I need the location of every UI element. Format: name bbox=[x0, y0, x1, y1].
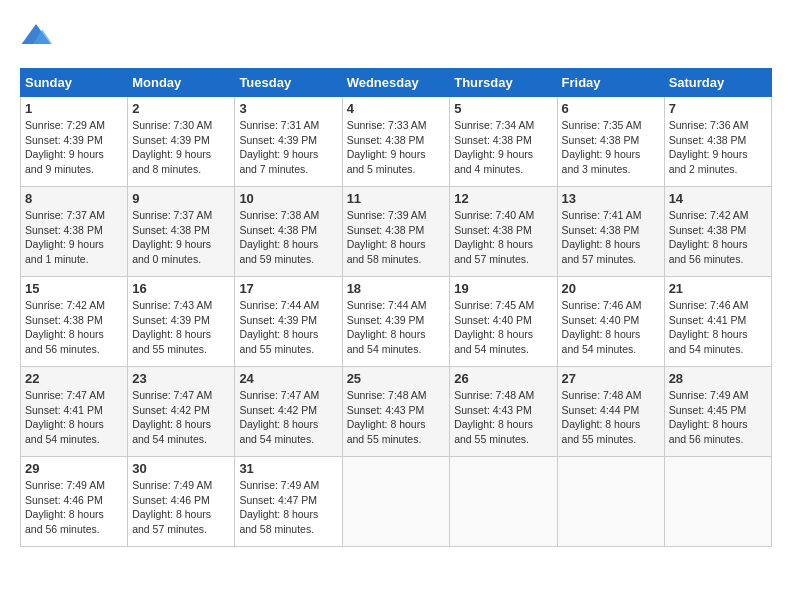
day-number-19: 19 bbox=[454, 281, 552, 296]
day-number-30: 30 bbox=[132, 461, 230, 476]
day-info-10: Sunrise: 7:38 AMSunset: 4:38 PMDaylight:… bbox=[239, 208, 337, 267]
calendar-day-9: 9Sunrise: 7:37 AMSunset: 4:38 PMDaylight… bbox=[128, 187, 235, 277]
day-number-21: 21 bbox=[669, 281, 767, 296]
day-info-9: Sunrise: 7:37 AMSunset: 4:38 PMDaylight:… bbox=[132, 208, 230, 267]
weekday-header-wednesday: Wednesday bbox=[342, 69, 450, 97]
calendar-day-5: 5Sunrise: 7:34 AMSunset: 4:38 PMDaylight… bbox=[450, 97, 557, 187]
day-number-24: 24 bbox=[239, 371, 337, 386]
calendar-day-21: 21Sunrise: 7:46 AMSunset: 4:41 PMDayligh… bbox=[664, 277, 771, 367]
calendar-day-1: 1Sunrise: 7:29 AMSunset: 4:39 PMDaylight… bbox=[21, 97, 128, 187]
day-number-28: 28 bbox=[669, 371, 767, 386]
day-info-13: Sunrise: 7:41 AMSunset: 4:38 PMDaylight:… bbox=[562, 208, 660, 267]
day-info-22: Sunrise: 7:47 AMSunset: 4:41 PMDaylight:… bbox=[25, 388, 123, 447]
day-info-5: Sunrise: 7:34 AMSunset: 4:38 PMDaylight:… bbox=[454, 118, 552, 177]
calendar-day-29: 29Sunrise: 7:49 AMSunset: 4:46 PMDayligh… bbox=[21, 457, 128, 547]
calendar-day-14: 14Sunrise: 7:42 AMSunset: 4:38 PMDayligh… bbox=[664, 187, 771, 277]
weekday-header-monday: Monday bbox=[128, 69, 235, 97]
day-number-8: 8 bbox=[25, 191, 123, 206]
calendar-day-18: 18Sunrise: 7:44 AMSunset: 4:39 PMDayligh… bbox=[342, 277, 450, 367]
calendar-day-3: 3Sunrise: 7:31 AMSunset: 4:39 PMDaylight… bbox=[235, 97, 342, 187]
day-number-26: 26 bbox=[454, 371, 552, 386]
calendar-day-6: 6Sunrise: 7:35 AMSunset: 4:38 PMDaylight… bbox=[557, 97, 664, 187]
day-number-23: 23 bbox=[132, 371, 230, 386]
day-number-3: 3 bbox=[239, 101, 337, 116]
day-info-24: Sunrise: 7:47 AMSunset: 4:42 PMDaylight:… bbox=[239, 388, 337, 447]
day-info-3: Sunrise: 7:31 AMSunset: 4:39 PMDaylight:… bbox=[239, 118, 337, 177]
day-number-11: 11 bbox=[347, 191, 446, 206]
day-number-15: 15 bbox=[25, 281, 123, 296]
calendar-day-26: 26Sunrise: 7:48 AMSunset: 4:43 PMDayligh… bbox=[450, 367, 557, 457]
day-info-26: Sunrise: 7:48 AMSunset: 4:43 PMDaylight:… bbox=[454, 388, 552, 447]
day-info-19: Sunrise: 7:45 AMSunset: 4:40 PMDaylight:… bbox=[454, 298, 552, 357]
day-number-17: 17 bbox=[239, 281, 337, 296]
day-info-31: Sunrise: 7:49 AMSunset: 4:47 PMDaylight:… bbox=[239, 478, 337, 537]
day-info-25: Sunrise: 7:48 AMSunset: 4:43 PMDaylight:… bbox=[347, 388, 446, 447]
calendar-week-5: 29Sunrise: 7:49 AMSunset: 4:46 PMDayligh… bbox=[21, 457, 772, 547]
logo bbox=[20, 20, 56, 52]
day-number-20: 20 bbox=[562, 281, 660, 296]
calendar-day-27: 27Sunrise: 7:48 AMSunset: 4:44 PMDayligh… bbox=[557, 367, 664, 457]
calendar-body: 1Sunrise: 7:29 AMSunset: 4:39 PMDaylight… bbox=[21, 97, 772, 547]
day-info-15: Sunrise: 7:42 AMSunset: 4:38 PMDaylight:… bbox=[25, 298, 123, 357]
day-info-12: Sunrise: 7:40 AMSunset: 4:38 PMDaylight:… bbox=[454, 208, 552, 267]
weekday-header-thursday: Thursday bbox=[450, 69, 557, 97]
day-number-22: 22 bbox=[25, 371, 123, 386]
calendar-day-30: 30Sunrise: 7:49 AMSunset: 4:46 PMDayligh… bbox=[128, 457, 235, 547]
weekday-header-sunday: Sunday bbox=[21, 69, 128, 97]
day-number-5: 5 bbox=[454, 101, 552, 116]
day-number-12: 12 bbox=[454, 191, 552, 206]
day-number-7: 7 bbox=[669, 101, 767, 116]
calendar-day-15: 15Sunrise: 7:42 AMSunset: 4:38 PMDayligh… bbox=[21, 277, 128, 367]
calendar-day-8: 8Sunrise: 7:37 AMSunset: 4:38 PMDaylight… bbox=[21, 187, 128, 277]
empty-cell bbox=[450, 457, 557, 547]
calendar-week-4: 22Sunrise: 7:47 AMSunset: 4:41 PMDayligh… bbox=[21, 367, 772, 457]
calendar-day-12: 12Sunrise: 7:40 AMSunset: 4:38 PMDayligh… bbox=[450, 187, 557, 277]
calendar-day-11: 11Sunrise: 7:39 AMSunset: 4:38 PMDayligh… bbox=[342, 187, 450, 277]
calendar-day-19: 19Sunrise: 7:45 AMSunset: 4:40 PMDayligh… bbox=[450, 277, 557, 367]
day-info-17: Sunrise: 7:44 AMSunset: 4:39 PMDaylight:… bbox=[239, 298, 337, 357]
day-number-27: 27 bbox=[562, 371, 660, 386]
day-info-23: Sunrise: 7:47 AMSunset: 4:42 PMDaylight:… bbox=[132, 388, 230, 447]
day-number-31: 31 bbox=[239, 461, 337, 476]
weekday-header-friday: Friday bbox=[557, 69, 664, 97]
day-info-1: Sunrise: 7:29 AMSunset: 4:39 PMDaylight:… bbox=[25, 118, 123, 177]
weekday-header-row: SundayMondayTuesdayWednesdayThursdayFrid… bbox=[21, 69, 772, 97]
day-number-13: 13 bbox=[562, 191, 660, 206]
empty-cell bbox=[664, 457, 771, 547]
calendar-day-25: 25Sunrise: 7:48 AMSunset: 4:43 PMDayligh… bbox=[342, 367, 450, 457]
day-number-29: 29 bbox=[25, 461, 123, 476]
calendar-day-24: 24Sunrise: 7:47 AMSunset: 4:42 PMDayligh… bbox=[235, 367, 342, 457]
day-number-14: 14 bbox=[669, 191, 767, 206]
calendar-day-31: 31Sunrise: 7:49 AMSunset: 4:47 PMDayligh… bbox=[235, 457, 342, 547]
empty-cell bbox=[342, 457, 450, 547]
calendar-day-28: 28Sunrise: 7:49 AMSunset: 4:45 PMDayligh… bbox=[664, 367, 771, 457]
day-info-6: Sunrise: 7:35 AMSunset: 4:38 PMDaylight:… bbox=[562, 118, 660, 177]
calendar-day-10: 10Sunrise: 7:38 AMSunset: 4:38 PMDayligh… bbox=[235, 187, 342, 277]
day-info-11: Sunrise: 7:39 AMSunset: 4:38 PMDaylight:… bbox=[347, 208, 446, 267]
calendar-day-23: 23Sunrise: 7:47 AMSunset: 4:42 PMDayligh… bbox=[128, 367, 235, 457]
day-info-30: Sunrise: 7:49 AMSunset: 4:46 PMDaylight:… bbox=[132, 478, 230, 537]
day-info-7: Sunrise: 7:36 AMSunset: 4:38 PMDaylight:… bbox=[669, 118, 767, 177]
day-info-14: Sunrise: 7:42 AMSunset: 4:38 PMDaylight:… bbox=[669, 208, 767, 267]
day-number-6: 6 bbox=[562, 101, 660, 116]
calendar-day-7: 7Sunrise: 7:36 AMSunset: 4:38 PMDaylight… bbox=[664, 97, 771, 187]
calendar-week-3: 15Sunrise: 7:42 AMSunset: 4:38 PMDayligh… bbox=[21, 277, 772, 367]
day-info-28: Sunrise: 7:49 AMSunset: 4:45 PMDaylight:… bbox=[669, 388, 767, 447]
day-info-16: Sunrise: 7:43 AMSunset: 4:39 PMDaylight:… bbox=[132, 298, 230, 357]
weekday-header-tuesday: Tuesday bbox=[235, 69, 342, 97]
calendar-week-1: 1Sunrise: 7:29 AMSunset: 4:39 PMDaylight… bbox=[21, 97, 772, 187]
day-info-18: Sunrise: 7:44 AMSunset: 4:39 PMDaylight:… bbox=[347, 298, 446, 357]
day-info-29: Sunrise: 7:49 AMSunset: 4:46 PMDaylight:… bbox=[25, 478, 123, 537]
day-number-25: 25 bbox=[347, 371, 446, 386]
day-number-1: 1 bbox=[25, 101, 123, 116]
calendar-day-20: 20Sunrise: 7:46 AMSunset: 4:40 PMDayligh… bbox=[557, 277, 664, 367]
day-info-4: Sunrise: 7:33 AMSunset: 4:38 PMDaylight:… bbox=[347, 118, 446, 177]
calendar-day-16: 16Sunrise: 7:43 AMSunset: 4:39 PMDayligh… bbox=[128, 277, 235, 367]
day-number-2: 2 bbox=[132, 101, 230, 116]
day-info-21: Sunrise: 7:46 AMSunset: 4:41 PMDaylight:… bbox=[669, 298, 767, 357]
calendar-day-4: 4Sunrise: 7:33 AMSunset: 4:38 PMDaylight… bbox=[342, 97, 450, 187]
calendar-day-17: 17Sunrise: 7:44 AMSunset: 4:39 PMDayligh… bbox=[235, 277, 342, 367]
page-header bbox=[20, 20, 772, 52]
day-info-8: Sunrise: 7:37 AMSunset: 4:38 PMDaylight:… bbox=[25, 208, 123, 267]
day-number-4: 4 bbox=[347, 101, 446, 116]
